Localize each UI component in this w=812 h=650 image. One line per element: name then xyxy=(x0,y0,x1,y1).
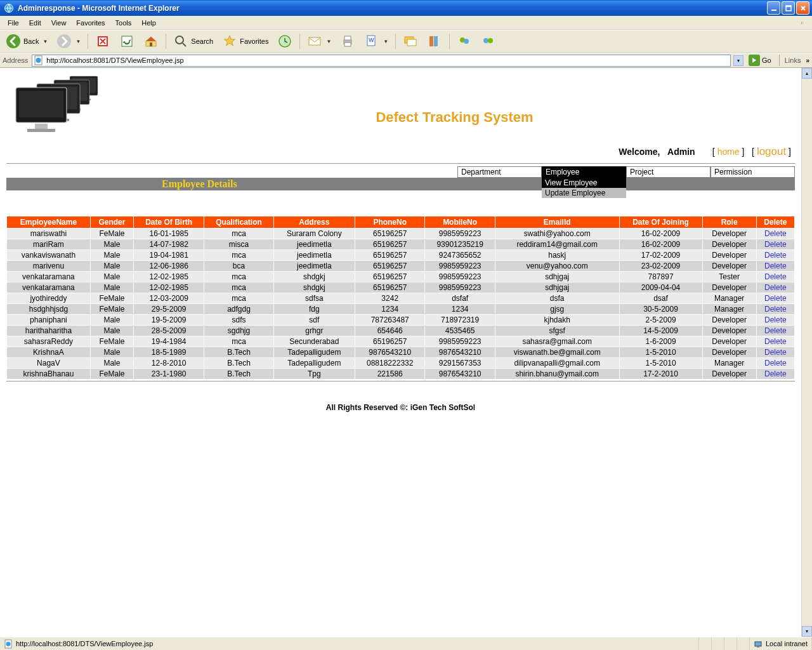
back-label: Back xyxy=(23,37,39,45)
menu-edit[interactable]: Edit xyxy=(24,18,46,28)
svg-point-27 xyxy=(36,58,41,63)
refresh-icon xyxy=(119,34,134,49)
links-separator xyxy=(779,55,780,66)
page-icon xyxy=(34,55,44,65)
ie-throbber-icon xyxy=(796,17,809,29)
links-chevron-icon[interactable]: » xyxy=(806,57,809,64)
svg-point-25 xyxy=(488,38,493,43)
address-label: Address xyxy=(3,56,29,64)
svg-rect-14 xyxy=(344,36,351,40)
messenger2-button[interactable] xyxy=(478,32,499,51)
discuss-button[interactable] xyxy=(400,32,421,51)
favorites-button[interactable]: Favorites xyxy=(219,32,272,51)
menu-file[interactable]: File xyxy=(3,18,24,28)
back-icon xyxy=(6,34,21,49)
links-label[interactable]: Links xyxy=(785,56,804,64)
svg-rect-3 xyxy=(786,6,791,7)
svg-rect-15 xyxy=(344,43,351,46)
menu-favorites[interactable]: Favorites xyxy=(71,18,110,28)
window-close-button[interactable] xyxy=(796,1,809,15)
ie-icon xyxy=(4,3,14,13)
back-button[interactable]: Back ▼ xyxy=(3,32,51,51)
window-maximize-button[interactable] xyxy=(782,1,795,15)
messenger-button[interactable] xyxy=(454,32,475,51)
toolbar: Back ▼ ▼ Search Favorites ▼ W▼ xyxy=(0,30,812,53)
go-icon xyxy=(749,55,760,66)
svg-point-23 xyxy=(464,39,469,44)
history-button[interactable] xyxy=(274,32,296,51)
mail-icon xyxy=(307,34,322,49)
menubar: File Edit View Favorites Tools Help xyxy=(0,16,812,30)
svg-rect-9 xyxy=(150,43,152,46)
svg-point-5 xyxy=(6,34,20,48)
home-icon xyxy=(143,34,159,49)
mail-button[interactable]: ▼ xyxy=(304,32,334,51)
svg-rect-1 xyxy=(771,10,776,11)
svg-point-24 xyxy=(483,38,488,43)
svg-point-6 xyxy=(57,34,71,48)
research-icon xyxy=(427,34,442,49)
favorites-label: Favorites xyxy=(240,37,268,45)
print-icon xyxy=(340,34,355,49)
search-label: Search xyxy=(191,37,213,45)
svg-rect-4 xyxy=(801,22,804,25)
mail-dropdown-icon[interactable]: ▼ xyxy=(325,39,331,44)
go-label: Go xyxy=(762,56,771,64)
refresh-button[interactable] xyxy=(116,32,138,51)
address-dropdown-button[interactable]: ▾ xyxy=(733,55,743,66)
edit-dropdown-icon[interactable]: ▼ xyxy=(382,39,388,44)
messenger-icon xyxy=(457,34,472,49)
menu-help[interactable]: Help xyxy=(136,18,161,28)
stop-icon xyxy=(95,34,110,49)
stop-button[interactable] xyxy=(92,32,114,51)
window-titlebar: Adminresponse - Microsoft Internet Explo… xyxy=(0,0,812,16)
svg-rect-8 xyxy=(122,36,132,46)
search-button[interactable]: Search xyxy=(170,32,216,51)
forward-dropdown-icon[interactable]: ▼ xyxy=(74,39,81,44)
toolbar-separator xyxy=(299,34,300,49)
svg-rect-21 xyxy=(434,36,438,46)
window-title: Adminresponse - Microsoft Internet Explo… xyxy=(16,4,767,13)
forward-button[interactable]: ▼ xyxy=(53,32,84,51)
discuss-icon xyxy=(403,34,418,49)
back-dropdown-icon[interactable]: ▼ xyxy=(41,39,48,44)
toolbar-separator xyxy=(449,34,450,49)
edit-icon: W xyxy=(364,34,379,49)
svg-point-10 xyxy=(176,36,183,44)
toolbar-separator xyxy=(88,34,88,49)
favorites-icon xyxy=(222,34,237,49)
address-url: http://localhost:8081/DTS/ViewEmployee.j… xyxy=(46,56,729,64)
history-icon xyxy=(277,34,292,49)
svg-text:W: W xyxy=(369,37,374,43)
menu-tools[interactable]: Tools xyxy=(110,18,137,28)
menu-view[interactable]: View xyxy=(46,18,72,28)
address-input[interactable]: http://localhost:8081/DTS/ViewEmployee.j… xyxy=(32,55,731,67)
svg-rect-20 xyxy=(429,36,433,46)
toolbar-separator xyxy=(166,34,166,49)
messenger2-icon xyxy=(481,34,496,49)
toolbar-separator xyxy=(395,34,396,49)
search-icon xyxy=(173,34,188,49)
edit-button[interactable]: W▼ xyxy=(361,32,391,51)
home-button[interactable] xyxy=(140,32,162,51)
forward-icon xyxy=(56,34,72,49)
research-button[interactable] xyxy=(424,32,445,51)
address-bar: Address http://localhost:8081/DTS/ViewEm… xyxy=(0,53,812,68)
svg-rect-19 xyxy=(407,39,416,46)
window-minimize-button[interactable] xyxy=(767,1,780,15)
go-button[interactable]: Go xyxy=(746,54,774,67)
print-button[interactable] xyxy=(337,32,358,51)
